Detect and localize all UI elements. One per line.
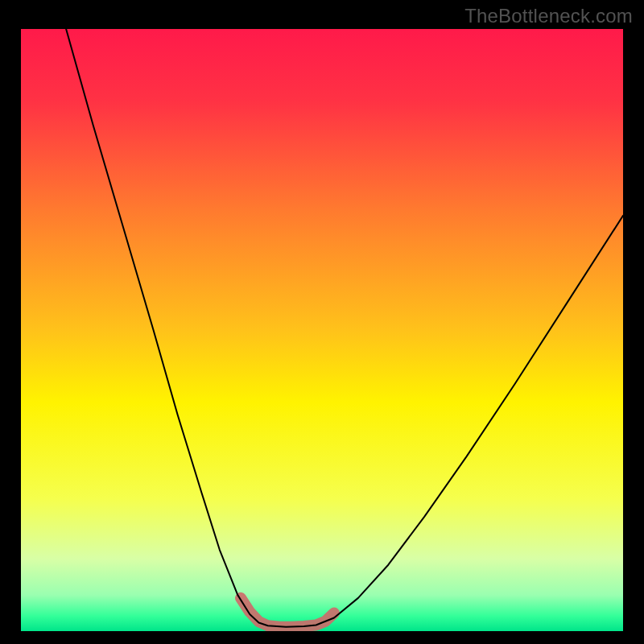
curve-layer: [21, 29, 623, 631]
main-curve-path: [66, 29, 623, 627]
highlight-band-path: [241, 598, 334, 627]
plot-area: [21, 29, 623, 631]
chart-frame: TheBottleneck.com: [0, 0, 644, 644]
watermark-text: TheBottleneck.com: [464, 5, 633, 27]
